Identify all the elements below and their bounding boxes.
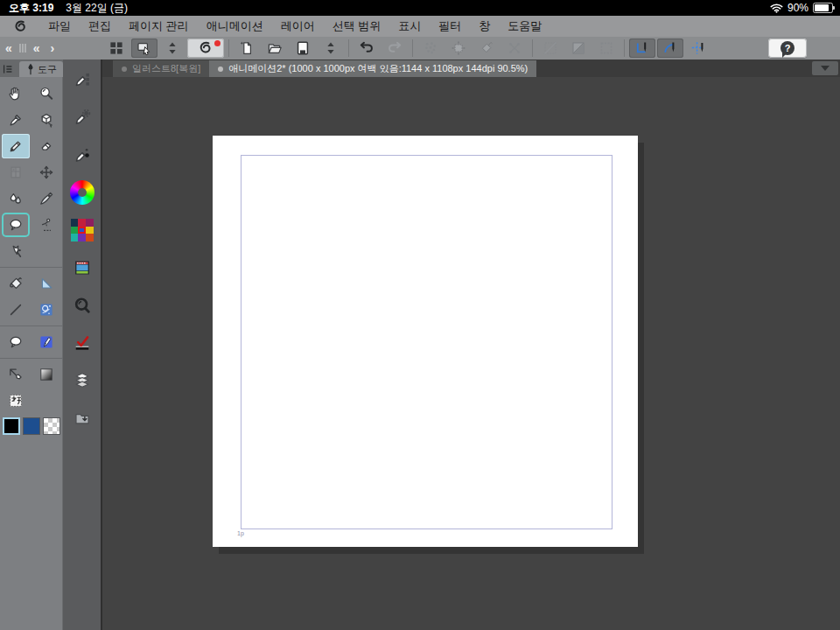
tool-tab-label: 도구 xyxy=(38,63,57,76)
menu-filter[interactable]: 필터 xyxy=(430,16,470,37)
menu-view[interactable]: 표시 xyxy=(389,16,430,37)
tool-fill[interactable] xyxy=(2,271,30,296)
doc-status-dot xyxy=(122,66,127,72)
menu-edit[interactable]: 편집 xyxy=(80,16,120,37)
menu-help[interactable]: 도움말 xyxy=(499,16,550,37)
collapse-toggle-button[interactable] xyxy=(159,38,186,58)
palette-tool-property[interactable] xyxy=(68,104,96,130)
tool-airbrush[interactable] xyxy=(32,186,60,211)
tool-frame-border[interactable] xyxy=(2,362,30,387)
battery-percent: 90% xyxy=(788,2,808,14)
tool-gradient[interactable] xyxy=(32,362,60,387)
help-button[interactable]: ? xyxy=(768,38,807,58)
menu-bar: 파일 편집 페이지 관리 애니메이션 레이어 선택 범위 표시 필터 창 도움말 xyxy=(0,16,840,38)
command-bar: « « › ? xyxy=(0,37,840,60)
doc-status-dot xyxy=(218,66,223,72)
marquee-launcher-button xyxy=(593,38,620,58)
tool-triangle-ruler[interactable] xyxy=(32,271,60,296)
ipad-status-bar: 오후 3:19 3월 22일 (금) 90% xyxy=(0,0,840,16)
wifi-icon xyxy=(770,4,783,13)
tool-straight-line[interactable] xyxy=(2,298,30,322)
collapse-toggle-button-2[interactable] xyxy=(318,38,344,58)
tool-page-frame xyxy=(2,160,30,185)
menu-file[interactable]: 파일 xyxy=(39,16,80,37)
empty-slot xyxy=(32,239,60,263)
tool-auto-select[interactable] xyxy=(2,239,30,263)
tool-zoom[interactable] xyxy=(32,81,60,106)
tool-eraser[interactable] xyxy=(32,134,60,158)
collapse-dock-button[interactable]: « xyxy=(0,41,18,55)
doc-tab-animation-active[interactable]: 애니메이션2* (1000 x 1000px 여백 있음:1144 x 1108… xyxy=(209,60,536,77)
menu-page-manage[interactable]: 페이지 관리 xyxy=(120,16,198,37)
snap-to-ruler-button[interactable] xyxy=(629,38,655,58)
menu-selection[interactable]: 선택 범위 xyxy=(324,16,390,37)
sub-color-swatch[interactable] xyxy=(23,417,40,435)
tool-move-layer[interactable] xyxy=(32,160,60,185)
palette-color-set[interactable] xyxy=(68,217,96,243)
no-fill-selection-button xyxy=(565,38,592,58)
tool-text-pen[interactable] xyxy=(32,330,60,354)
expand-strip-button[interactable]: › xyxy=(46,41,60,55)
color-set-icon xyxy=(71,219,94,242)
tool-eyedropper[interactable] xyxy=(2,108,30,132)
palette-brush-size[interactable] xyxy=(68,142,96,168)
chevron-down-icon xyxy=(821,66,830,75)
menu-layer[interactable]: 레이어 xyxy=(272,16,324,37)
tool-decoration[interactable] xyxy=(32,298,60,322)
undo-button[interactable] xyxy=(354,38,380,58)
tab-list-dropdown-button[interactable] xyxy=(812,61,838,75)
canvas-page[interactable]: 1p xyxy=(213,136,638,547)
clip-studio-logo-icon[interactable] xyxy=(12,18,29,35)
palette-dock-strip xyxy=(63,60,102,630)
tool-palette-header: 도구 xyxy=(0,60,63,77)
notification-dot xyxy=(214,40,220,46)
save-file-button[interactable] xyxy=(290,38,316,58)
menu-animation[interactable]: 애니메이션 xyxy=(198,16,272,37)
tool-blend[interactable] xyxy=(2,186,30,211)
redo-button xyxy=(382,38,408,58)
doc-tab-label: 일러스트8[복원] xyxy=(132,62,200,75)
palette-materials[interactable] xyxy=(68,405,96,431)
color-swatches xyxy=(3,417,60,435)
tool-ruler-figure[interactable] xyxy=(32,213,60,237)
tool-pan[interactable] xyxy=(2,81,30,106)
page-number-label: 1p xyxy=(237,530,244,536)
palette-quick-access[interactable] xyxy=(68,292,96,318)
tool-operation[interactable] xyxy=(32,108,60,132)
tool-balloon-select[interactable] xyxy=(2,213,30,237)
scatter-selection-button xyxy=(417,38,444,58)
battery-icon xyxy=(813,3,833,13)
question-icon: ? xyxy=(780,41,794,55)
palette-color-wheel[interactable] xyxy=(68,179,96,206)
collapse-strip-button[interactable]: « xyxy=(28,41,46,55)
tab-tools[interactable]: 도구 xyxy=(19,61,63,77)
menu-window[interactable]: 창 xyxy=(470,16,499,37)
palette-timeline[interactable] xyxy=(68,255,96,281)
touch-gesture-button[interactable] xyxy=(131,38,158,58)
clip-studio-mode-button[interactable] xyxy=(187,38,224,58)
doc-tab-illustration[interactable]: 일러스트8[복원] xyxy=(113,60,209,77)
tool-balloon[interactable] xyxy=(2,330,30,354)
palette-layers[interactable] xyxy=(68,368,96,394)
tool-group-divider xyxy=(0,358,63,359)
no-line-selection-button xyxy=(537,38,564,58)
default-border-guide xyxy=(241,155,612,529)
fill-selection-button xyxy=(473,38,500,58)
open-file-button[interactable] xyxy=(262,38,288,58)
main-color-swatch[interactable] xyxy=(3,417,20,435)
snap-to-special-ruler-button[interactable] xyxy=(657,38,683,58)
transparent-color-swatch[interactable] xyxy=(43,417,60,435)
snap-to-grid-button[interactable] xyxy=(685,38,711,58)
palette-sub-tool[interactable] xyxy=(68,66,96,93)
dock-grip-handle[interactable] xyxy=(18,43,28,53)
empty-slot xyxy=(32,388,60,413)
tool-pattern-text[interactable] xyxy=(2,388,30,413)
tool-pen[interactable] xyxy=(2,134,30,158)
new-file-button[interactable] xyxy=(234,38,260,58)
toolbox xyxy=(0,77,63,630)
palette-dock-controls: « « › xyxy=(0,37,102,60)
workspace-grid-button[interactable] xyxy=(103,38,130,58)
palette-correction[interactable] xyxy=(68,330,96,356)
canvas-area[interactable]: 1p xyxy=(102,77,840,630)
palette-list-icon[interactable] xyxy=(0,61,16,77)
